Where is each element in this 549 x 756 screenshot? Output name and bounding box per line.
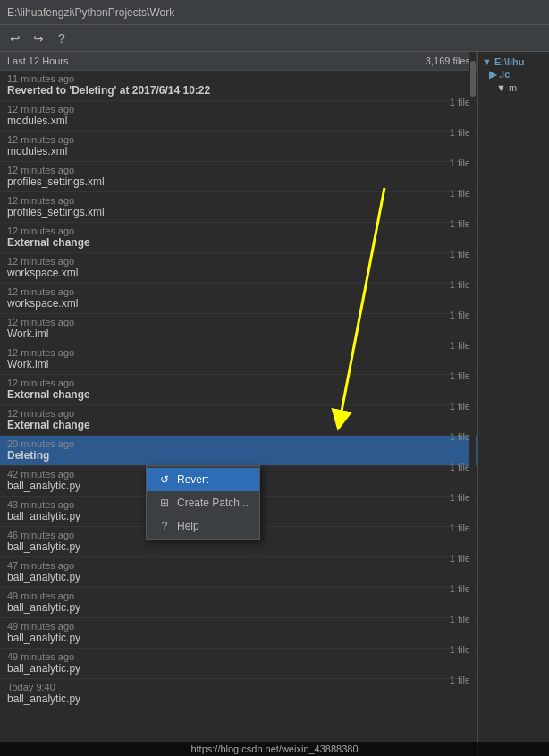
menu-item-icon: ↺ xyxy=(157,472,172,487)
history-item-time: 12 minutes ago xyxy=(7,317,470,327)
history-item-label: workspace.xml xyxy=(7,297,470,310)
history-item-time: 12 minutes ago xyxy=(7,104,470,115)
context-menu-item[interactable]: ? Help xyxy=(147,514,259,538)
history-item[interactable]: 49 minutes ago1 fileball_analytic.py xyxy=(0,588,477,618)
history-item-label: External change xyxy=(7,236,470,249)
history-item-time: 12 minutes ago xyxy=(7,286,470,297)
history-item-time: 49 minutes ago xyxy=(7,651,470,662)
history-item[interactable]: 12 minutes ago1 fileworkspace.xml xyxy=(0,284,477,314)
undo-button[interactable]: ↩ xyxy=(5,29,25,48)
history-item-label: External change xyxy=(7,388,470,401)
history-item-count: 1 file xyxy=(450,97,470,107)
history-item[interactable]: 12 minutes ago1 fileworkspace.xml xyxy=(0,253,477,284)
history-item-time: 12 minutes ago xyxy=(7,195,470,206)
tree-item-ic[interactable]: ▶ .ic xyxy=(489,68,545,81)
history-item-count: 1 file xyxy=(450,310,470,320)
history-item-count: 1 file xyxy=(450,218,470,229)
context-menu-item[interactable]: ⊞ Create Patch... xyxy=(147,491,259,514)
menu-item-label: Help xyxy=(177,520,199,532)
menu-item-icon: ? xyxy=(157,519,172,533)
tree-item-m[interactable]: ▼ m xyxy=(496,81,545,94)
history-item[interactable]: 49 minutes ago1 fileball_analytic.py xyxy=(0,649,477,679)
history-item-time: 49 minutes ago xyxy=(7,621,470,632)
history-item-count: 1 file xyxy=(450,431,470,442)
context-menu-item[interactable]: ↺ Revert xyxy=(147,468,259,491)
watermark-text: https://blog.csdn.net/weixin_43888380 xyxy=(190,743,358,754)
history-item-time: 12 minutes ago xyxy=(7,378,470,388)
history-item[interactable]: 47 minutes ago1 fileball_analytic.py xyxy=(0,557,477,588)
scrollbar-thumb[interactable] xyxy=(470,61,476,97)
history-item-label: modules.xml xyxy=(7,115,470,127)
history-item[interactable]: 12 minutes ago1 fileExternal change xyxy=(0,223,477,253)
history-item-count: 1 file xyxy=(450,188,470,199)
history-item-count: 1 file xyxy=(450,553,470,564)
menu-item-label: Revert xyxy=(177,473,208,486)
history-item[interactable]: 11 minutes agoReverted to 'Deleting' at … xyxy=(0,71,477,101)
section-header-count: 3,169 files xyxy=(426,55,470,66)
file-tree-inner: ▼ E:\lihu ▶ .ic ▼ m xyxy=(478,52,549,98)
history-panel[interactable]: Last 12 Hours 3,169 files 11 minutes ago… xyxy=(0,52,477,756)
history-item-label: profiles_settings.xml xyxy=(7,206,470,218)
history-item-label: Reverted to 'Deleting' at 2017/6/14 10:2… xyxy=(7,84,470,97)
history-item-count: 1 file xyxy=(450,340,470,351)
history-item-label: ball_analytic.py xyxy=(7,601,470,614)
history-item-count: 1 file xyxy=(450,157,470,168)
history-item-count: 1 file xyxy=(450,462,470,472)
history-item[interactable]: 12 minutes ago1 fileprofiles_settings.xm… xyxy=(0,162,477,192)
history-item[interactable]: 20 minutes ago1 fileDeleting xyxy=(0,436,477,466)
history-item-time: 20 minutes ago xyxy=(7,438,470,449)
help-button[interactable]: ? xyxy=(52,29,72,48)
history-item-label: ball_analytic.py xyxy=(7,632,470,644)
history-item-label: ball_analytic.py xyxy=(7,571,470,583)
history-item-count: 1 file xyxy=(450,249,470,259)
main-layout: Last 12 Hours 3,169 files 11 minutes ago… xyxy=(0,52,549,756)
tree-root: ▼ E:\lihu xyxy=(482,55,545,68)
history-item-label: ball_analytic.py xyxy=(7,662,470,675)
history-item-label: workspace.xml xyxy=(7,267,470,279)
history-item-time: Today 9:40 xyxy=(7,682,470,692)
history-item-count: 1 file xyxy=(450,522,470,533)
history-item-count: 1 file xyxy=(450,644,470,655)
title-bar-text: E:\lihuafengzi\PythonProjects\Work xyxy=(7,6,174,19)
vertical-scrollbar[interactable] xyxy=(469,52,476,756)
section-header-label: Last 12 Hours xyxy=(7,55,68,66)
history-item-label: profiles_settings.xml xyxy=(7,175,470,188)
menu-item-icon: ⊞ xyxy=(157,496,172,510)
history-item-count: 1 file xyxy=(450,127,470,138)
history-item-label: Work.iml xyxy=(7,327,470,340)
history-item-count: 1 file xyxy=(450,370,470,381)
toolbar: ↩ ↪ ? xyxy=(0,25,549,52)
history-item[interactable]: 12 minutes ago1 filemodules.xml xyxy=(0,101,477,132)
history-item-label: ball_analytic.py xyxy=(7,692,470,705)
history-item[interactable]: 12 minutes ago1 fileWork.iml xyxy=(0,314,477,344)
history-item-count: 1 file xyxy=(450,675,470,685)
history-item-time: 12 minutes ago xyxy=(7,256,470,267)
watermark: https://blog.csdn.net/weixin_43888380 xyxy=(0,742,549,756)
history-item-time: 12 minutes ago xyxy=(7,225,470,236)
history-item[interactable]: 12 minutes ago1 fileprofiles_settings.xm… xyxy=(0,192,477,223)
history-item-time: 11 minutes ago xyxy=(7,73,470,84)
history-item[interactable]: 12 minutes ago1 fileExternal change xyxy=(0,405,477,436)
history-item-time: 12 minutes ago xyxy=(7,347,470,358)
history-list: 11 minutes agoReverted to 'Deleting' at … xyxy=(0,71,477,709)
history-item-label: Deleting xyxy=(7,449,470,462)
history-item-count: 1 file xyxy=(450,401,470,412)
history-item[interactable]: 12 minutes ago1 fileWork.iml xyxy=(0,344,477,375)
history-item-count: 1 file xyxy=(450,583,470,594)
history-item-time: 12 minutes ago xyxy=(7,134,470,145)
history-item[interactable]: Today 9:401 fileball_analytic.py xyxy=(0,679,477,709)
history-item-count: 1 file xyxy=(450,279,470,290)
section-header: Last 12 Hours 3,169 files xyxy=(0,52,477,71)
history-item[interactable]: 12 minutes ago1 fileExternal change xyxy=(0,375,477,405)
history-item-count: 1 file xyxy=(450,614,470,624)
history-item-label: ball_analytic.py xyxy=(7,540,470,553)
history-item[interactable]: 12 minutes ago1 filemodules.xml xyxy=(0,132,477,162)
history-item-time: 47 minutes ago xyxy=(7,560,470,571)
title-bar: E:\lihuafengzi\PythonProjects\Work xyxy=(0,0,549,25)
file-tree-panel: ▼ E:\lihu ▶ .ic ▼ m xyxy=(477,52,549,756)
redo-button[interactable]: ↪ xyxy=(29,29,48,48)
history-item-count: 1 file xyxy=(450,492,470,503)
history-item[interactable]: 49 minutes ago1 fileball_analytic.py xyxy=(0,618,477,649)
history-item-time: 12 minutes ago xyxy=(7,165,470,175)
history-item-label: modules.xml xyxy=(7,145,470,157)
